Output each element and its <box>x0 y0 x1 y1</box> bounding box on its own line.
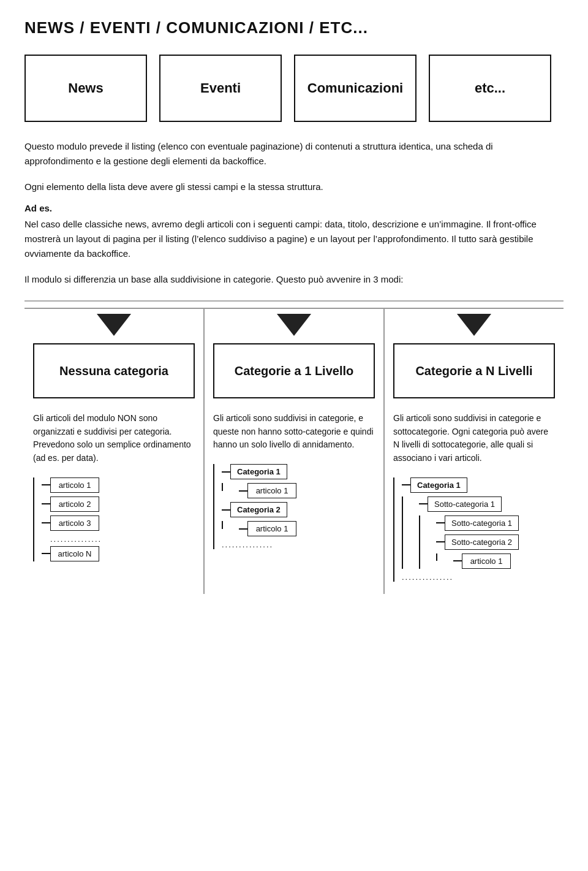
col2-art1-item: articolo 1 <box>239 483 375 498</box>
col2-vert-sub1 <box>222 483 223 491</box>
col2-cat1-item: Categoria 1 <box>222 464 375 479</box>
arrow-col3-container <box>393 314 555 336</box>
col-categorie-1-livello: Categorie a 1 Livello Gli articoli sono … <box>205 309 383 594</box>
col3-vert-sub2 <box>419 515 420 569</box>
col2-dots: ............... <box>222 540 375 549</box>
col2-art2-wrapper: articolo 1 <box>222 521 375 536</box>
col3-sub1-box: Sotto-categoria 1 <box>428 496 502 512</box>
col3-hline-cat1 <box>402 484 410 485</box>
arrow-col2-container <box>213 314 375 336</box>
col3-hline-sub2 <box>436 541 445 542</box>
col2-art2-box: articolo 1 <box>247 521 296 536</box>
col3-nested2-wrapper: Sotto-categoria 1 Sotto-categoria 2 arti… <box>419 515 555 569</box>
col1-desc: Gli articoli del modulo NON sono organiz… <box>33 412 195 465</box>
arrow-col1 <box>97 314 131 336</box>
col3-art1-box: articolo 1 <box>462 553 511 569</box>
col2-cat2-box: Categoria 2 <box>230 502 287 517</box>
box-comunicazioni: Comunicazioni <box>294 55 417 122</box>
col3-tree: Categoria 1 Sotto-categoria 1 <box>393 477 555 582</box>
col3-sub1-item: Sotto-categoria 1 <box>419 496 555 512</box>
col3-vert-art <box>436 553 437 561</box>
col3-sub1a-box: Sotto-categoria 1 <box>445 515 519 531</box>
ad-es-label: Ad es. <box>24 203 564 213</box>
col1-dots: ............... <box>50 534 195 544</box>
ogni-elemento-text: Ogni elemento della lista deve avere gli… <box>24 180 564 194</box>
top-boxes-row: News Eventi Comunicazioni etc... <box>24 55 564 122</box>
col3-cat1-box: Categoria 1 <box>410 477 467 493</box>
ad-es-text: Nel caso delle classiche news, avremo de… <box>24 217 564 261</box>
arrow-col2 <box>277 314 311 336</box>
section-divider <box>24 300 564 302</box>
col1-tree-item-4: articolo N <box>42 546 195 561</box>
modulo-differenzia: Il modulo si differenzia un base alla su… <box>24 272 564 287</box>
col3-box: Categorie a N Livelli <box>393 343 555 398</box>
col2-tree: Categoria 1 articolo 1 Categoria 2 <box>213 464 375 549</box>
col2-cat2-item: Categoria 2 <box>222 502 375 517</box>
arrow-col3 <box>457 314 491 336</box>
col1-box-2: articolo 3 <box>50 515 99 531</box>
col2-art2-item: articolo 1 <box>239 521 375 536</box>
col3-desc: Gli articoli sono suddivisi in categorie… <box>393 412 555 465</box>
col2-art1-box: articolo 1 <box>247 483 296 498</box>
col-nessuna-categoria: Nessuna categoria Gli articoli del modul… <box>24 309 203 594</box>
col3-sub2-item: Sotto-categoria 2 <box>436 534 555 550</box>
col3-tree-vline <box>393 477 394 582</box>
page-title: NEWS / EVENTI / COMUNICAZIONI / ETC... <box>24 18 564 37</box>
col3-art1-item: articolo 1 <box>453 553 555 569</box>
col2-cat1-box: Categoria 1 <box>230 464 287 479</box>
col3-art1-nested: articolo 1 <box>436 553 555 569</box>
three-columns-section: Nessuna categoria Gli articoli del modul… <box>24 308 564 594</box>
col2-art1-wrapper: articolo 1 <box>222 483 375 498</box>
col1-tree-item-1: articolo 2 <box>42 496 195 512</box>
col2-hline-art1 <box>239 490 247 492</box>
col2-box: Categorie a 1 Livello <box>213 343 375 398</box>
col1-tree-item-0: articolo 1 <box>42 477 195 493</box>
col1-box: Nessuna categoria <box>33 343 195 398</box>
box-news: News <box>24 55 147 122</box>
col3-hline-sub1 <box>419 503 428 504</box>
box-etc: etc... <box>429 55 551 122</box>
col1-hline-4 <box>42 553 50 554</box>
col1-hline-2 <box>42 522 50 523</box>
col1-hline-1 <box>42 503 50 504</box>
col2-vert-sub2 <box>222 521 223 529</box>
col3-hline-sub1a <box>436 522 445 523</box>
col1-box-1: articolo 2 <box>50 496 99 512</box>
arrow-col1-container <box>33 314 195 336</box>
col3-vert-sub <box>402 496 403 569</box>
col1-box-4: articolo N <box>50 546 99 561</box>
col2-hline-cat2 <box>222 509 230 511</box>
col3-hline-art1 <box>453 560 462 561</box>
col3-cat1-item: Categoria 1 <box>402 477 555 493</box>
col3-sub2-box: Sotto-categoria 2 <box>445 534 519 550</box>
col2-desc: Gli articoli sono suddivisi in categorie… <box>213 412 375 452</box>
col1-hline-0 <box>42 484 50 485</box>
col3-nested-wrapper: Sotto-categoria 1 Sotto-categoria 1 Sott… <box>402 496 555 569</box>
col1-box-0: articolo 1 <box>50 477 99 493</box>
col1-tree-vline <box>33 477 34 561</box>
col2-hline-art2 <box>239 528 247 530</box>
box-eventi: Eventi <box>159 55 282 122</box>
intro-paragraph: Questo modulo prevede il listing (elenco… <box>24 139 564 169</box>
col-categorie-n-livelli: Categorie a N Livelli Gli articoli sono … <box>385 309 564 594</box>
col1-tree: articolo 1 articolo 2 articolo 3 .......… <box>33 477 195 561</box>
col2-tree-vline <box>213 464 214 549</box>
col1-tree-item-2: articolo 3 <box>42 515 195 531</box>
col3-dots: ............... <box>402 572 555 582</box>
col2-hline-cat1 <box>222 471 230 473</box>
col3-sub1a-item: Sotto-categoria 1 <box>436 515 555 531</box>
